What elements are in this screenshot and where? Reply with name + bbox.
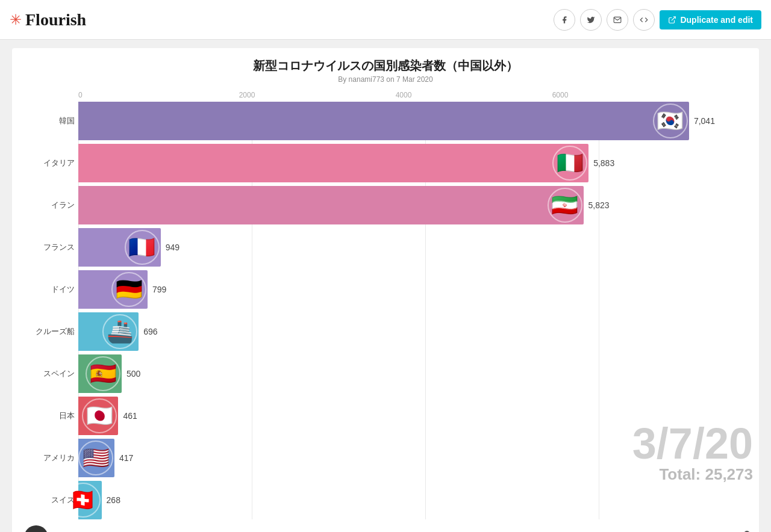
bar-value: 500 [126,369,140,379]
flourish-logo-icon: ✳ [10,11,22,28]
bar-track: 🇰🇷7,041 [78,102,729,140]
axis-label-6000: 6000 [548,91,572,99]
bar-value: 799 [152,285,166,294]
chart-title: 新型コロナウイルスの国別感染者数（中国以外） [24,58,747,74]
duplicate-edit-button[interactable]: Duplicate and edit [660,10,761,29]
chart-container: 新型コロナウイルスの国別感染者数（中国以外） By nanami773 on 7… [12,48,759,532]
chart-subtitle: By nanami773 on 7 Mar 2020 [24,75,747,84]
timeline-area: 1/22/201/25/201/28/201/31/202/3/202/6/20… [24,525,747,532]
bar-flag: 🇪🇸 [86,356,120,391]
bar-fill: 🚢 [78,312,139,351]
bar-row: フランス🇫🇷949 [78,228,729,267]
email-share-button[interactable] [607,9,628,31]
bar-label: イラン [25,200,75,211]
logo: ✳ Flourish [10,10,86,29]
bar-flag: 🇨🇭 [66,483,101,518]
bar-row: ドイツ🇩🇪799 [78,270,729,309]
bar-track: 🇮🇹5,883 [78,144,729,182]
bar-track: 🇨🇭268 [78,481,729,519]
bar-fill: 🇺🇸 [78,439,114,477]
bar-track: 🇮🇷5,823 [78,186,729,224]
twitter-share-button[interactable] [580,9,602,31]
bar-label: アメリカ [25,453,75,463]
embed-code-button[interactable] [633,9,655,31]
bar-fill: 🇯🇵 [78,397,118,435]
bar-fill: 🇫🇷 [78,228,161,267]
bar-track: 🇺🇸417 [78,439,729,477]
bar-label: イタリア [25,158,75,169]
bar-fill: 🇩🇪 [78,270,148,309]
axis-labels: 0 2000 4000 6000 [78,91,729,99]
bar-fill: 🇨🇭 [78,481,102,519]
bar-label: スペイン [25,368,75,379]
bar-flag: 🇺🇸 [78,441,113,475]
bar-label: ドイツ [25,284,75,295]
svg-line-0 [672,16,675,20]
axis-label-spacer [705,91,729,99]
bar-fill: 🇰🇷 [78,102,689,140]
bar-value: 696 [143,327,157,336]
bar-flag: 🚢 [102,314,137,349]
bar-flag: 🇰🇷 [653,104,688,138]
bar-row: アメリカ🇺🇸417 [78,439,729,477]
bar-row: 日本🇯🇵461 [78,397,729,435]
bar-flag: 🇫🇷 [125,230,160,265]
bar-value: 7,041 [694,116,715,126]
bar-value: 417 [119,453,133,463]
timeline-track[interactable] [54,528,747,533]
bar-fill: 🇮🇹 [78,144,588,182]
bar-value: 461 [123,411,137,421]
bar-flag: 🇮🇹 [552,146,587,181]
axis-label-2000: 2000 [235,91,259,99]
bars-container: 韓国🇰🇷7,041イタリア🇮🇹5,883イラン🇮🇷5,823フランス🇫🇷949ド… [78,102,729,519]
bar-fill: 🇪🇸 [78,354,122,393]
chart-area: 0 2000 4000 6000 韓国🇰🇷7,041イタリア🇮🇹5,883イラン… [24,91,747,519]
play-button[interactable] [24,525,48,532]
header: ✳ Flourish Duplicate and edit [0,0,771,40]
bar-track: 🇯🇵461 [78,397,729,435]
bar-flag: 🇩🇪 [111,272,146,307]
axis-label-4000: 4000 [392,91,416,99]
logo-text: Flourish [25,10,86,29]
bar-row: 韓国🇰🇷7,041 [78,102,729,140]
header-actions: Duplicate and edit [554,9,761,31]
bar-track: 🇪🇸500 [78,354,729,393]
bar-label: 日本 [25,410,75,421]
bar-value: 5,823 [588,200,610,210]
axis-label-0: 0 [78,91,102,99]
bar-value: 5,883 [593,158,614,168]
bar-label: 韓国 [25,116,75,126]
bar-row: イラン🇮🇷5,823 [78,186,729,224]
bar-row: クルーズ船🚢696 [78,312,729,351]
bar-track: 🇫🇷949 [78,228,729,267]
bar-flag: 🇯🇵 [82,398,117,433]
bar-value: 268 [107,495,120,505]
bar-row: イタリア🇮🇹5,883 [78,144,729,182]
bar-track: 🇩🇪799 [78,270,729,309]
bar-row: スイス🇨🇭268 [78,481,729,519]
duplicate-edit-label: Duplicate and edit [680,15,753,25]
bar-track: 🚢696 [78,312,729,351]
facebook-share-button[interactable] [554,9,575,31]
bar-label: クルーズ船 [25,326,75,337]
bar-value: 949 [166,243,179,252]
bar-fill: 🇮🇷 [78,186,584,224]
bar-flag: 🇮🇷 [548,188,582,223]
bar-row: スペイン🇪🇸500 [78,354,729,393]
bar-label: フランス [25,242,75,253]
